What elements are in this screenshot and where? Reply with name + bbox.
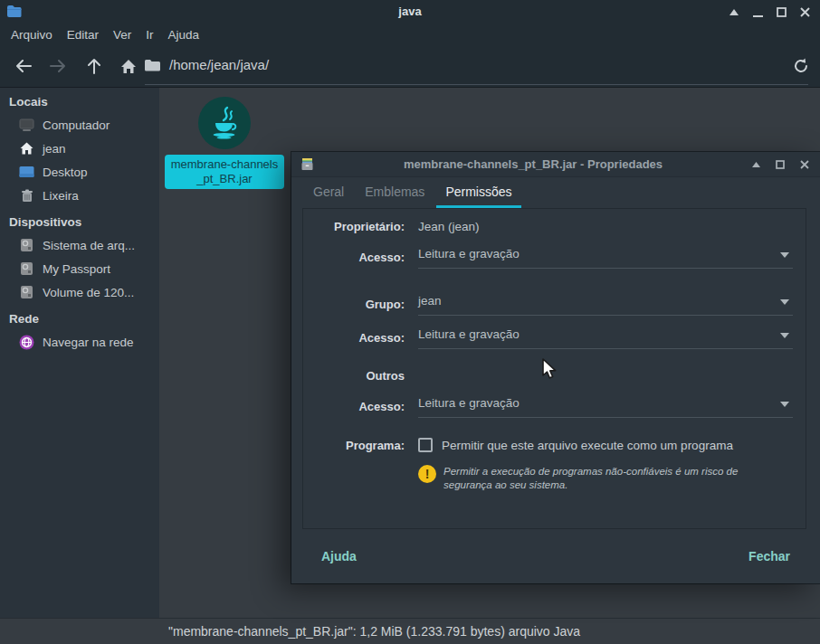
others-access-value: Leitura e gravação: [418, 396, 520, 410]
network-globe-icon: [19, 335, 34, 350]
group-value: jean: [418, 294, 442, 308]
sidebar-item-lixeira[interactable]: Lixeira: [0, 184, 159, 207]
menu-ir[interactable]: Ir: [146, 28, 153, 42]
chevron-down-icon: [780, 333, 789, 338]
pathbar-underline: [145, 84, 808, 85]
tab-geral[interactable]: Geral: [304, 177, 353, 208]
pathbar[interactable]: /home/jean/java/: [145, 45, 784, 84]
trash-icon: [19, 188, 34, 204]
drive-icon: [19, 238, 34, 253]
dialog-maximize-button[interactable]: [772, 156, 788, 173]
chevron-down-icon: [780, 252, 789, 258]
maximize-button[interactable]: [773, 5, 789, 21]
sidebar-item-label: Lixeira: [43, 189, 79, 203]
sidebar-item-sistema-de-arquivos[interactable]: Sistema de arq...: [0, 233, 159, 257]
forward-button[interactable]: [49, 57, 67, 75]
group-access-row: Acesso: Leitura e gravação: [303, 326, 793, 349]
owner-access-label: Acesso:: [303, 251, 405, 264]
path-text[interactable]: /home/jean/java/: [169, 57, 269, 72]
tab-emblemas[interactable]: Emblemas: [356, 177, 434, 208]
others-access-row: Acesso: Leitura e gravação: [303, 394, 793, 418]
desktop-icon: [19, 165, 34, 180]
sidebar-item-label: Computador: [43, 118, 110, 132]
sidebar-item-my-passport[interactable]: My Passport: [0, 257, 159, 280]
sidebar-item-jean[interactable]: jean: [0, 137, 159, 160]
menu-ajuda[interactable]: Ajuda: [168, 28, 200, 42]
statusbar: "membrane-channels_pt_BR.jar": 1,2 MiB (…: [0, 618, 820, 644]
dialog-close-button[interactable]: [796, 156, 813, 173]
owner-access-row: Acesso: Leitura e gravação: [303, 245, 793, 269]
sidebar-item-label: My Passport: [43, 262, 110, 276]
help-button[interactable]: Ajuda: [321, 549, 357, 564]
tab-permissoes[interactable]: Permissões: [436, 177, 520, 208]
back-button[interactable]: [14, 57, 33, 75]
sidebar-section-rede: Rede: [0, 308, 159, 330]
drive-icon: [19, 285, 34, 300]
owner-label: Proprietário:: [303, 220, 405, 233]
group-access-value: Leitura e gravação: [418, 327, 520, 341]
drive-icon: [19, 261, 34, 277]
menubar: Arquivo Editar Ver Ir Ajuda: [0, 24, 820, 45]
menu-arquivo[interactable]: Arquivo: [11, 28, 52, 42]
properties-file-icon: [300, 157, 314, 171]
menu-ver[interactable]: Ver: [113, 28, 131, 42]
path-folder-icon: [145, 59, 160, 71]
file-manager-window: java Arquivo Editar Ver Ir Ajuda: [0, 0, 820, 644]
dialog-actions: Ajuda Fechar: [321, 545, 790, 567]
home-icon: [19, 141, 34, 156]
sidebar-item-computador[interactable]: Computador: [0, 113, 159, 137]
mouse-cursor: [539, 358, 559, 382]
sidebar-item-desktop[interactable]: Desktop: [0, 160, 159, 184]
computer-icon: [19, 118, 34, 133]
chevron-down-icon: [780, 299, 789, 305]
statusbar-text: "membrane-channels_pt_BR.jar": 1,2 MiB (…: [168, 624, 580, 639]
others-label: Outros: [303, 369, 405, 383]
sidebar-item-label: Navegar na rede: [43, 336, 134, 349]
sidebar-item-label: Volume de 120...: [43, 286, 134, 299]
others-access-label: Acesso:: [303, 400, 405, 413]
sidebar-item-navegar-na-rede[interactable]: Navegar na rede: [0, 330, 159, 354]
file-tile-jar[interactable]: membrane-channels_pt_BR.jar: [165, 97, 284, 189]
sidebar: Locais Computador jean De: [0, 88, 159, 618]
minimize-button[interactable]: [749, 5, 766, 21]
close-dialog-button[interactable]: Fechar: [748, 549, 790, 564]
group-label: Grupo:: [303, 298, 405, 311]
group-access-dropdown[interactable]: Leitura e gravação: [418, 326, 793, 349]
group-row: Grupo: jean: [303, 292, 793, 316]
chevron-down-icon: [780, 402, 789, 407]
dialog-shade-button[interactable]: [748, 156, 764, 173]
refresh-button[interactable]: [793, 58, 811, 76]
execute-checkbox-label[interactable]: Permitir que este arquivo execute como u…: [442, 439, 733, 452]
titlebar: java: [0, 0, 820, 24]
menu-editar[interactable]: Editar: [67, 28, 99, 42]
dialog-title: membrane-channels_pt_BR.jar - Propriedad…: [328, 157, 739, 171]
owner-access-value: Leitura e gravação: [418, 247, 520, 260]
execute-checkbox[interactable]: [418, 438, 433, 452]
group-access-label: Acesso:: [303, 331, 405, 345]
sidebar-item-volume[interactable]: Volume de 120...: [0, 280, 159, 304]
warning-row: ! Permitir a execução de programas não-c…: [418, 465, 787, 492]
sidebar-item-label: Desktop: [43, 166, 88, 179]
owner-value: Jean (jean): [418, 220, 480, 233]
program-label: Programa:: [303, 439, 405, 452]
file-name-label[interactable]: membrane-channels_pt_BR.jar: [165, 155, 284, 189]
close-button[interactable]: [796, 5, 813, 21]
owner-access-dropdown[interactable]: Leitura e gravação: [418, 245, 793, 269]
sidebar-section-dispositivos: Dispositivos: [0, 212, 159, 233]
java-icon: [198, 97, 251, 149]
sidebar-section-locais: Locais: [0, 91, 159, 113]
up-button[interactable]: [85, 57, 103, 75]
warning-text: Permitir a execução de programas não-con…: [443, 465, 787, 492]
dialog-titlebar: membrane-channels_pt_BR.jar - Propriedad…: [291, 152, 820, 177]
program-row: Programa: Permitir que este arquivo exec…: [303, 438, 793, 452]
sidebar-item-label: Sistema de arq...: [43, 239, 135, 252]
dialog-tabs: Geral Emblemas Permissões: [304, 177, 521, 208]
window-title: java: [0, 5, 820, 18]
group-dropdown[interactable]: jean: [418, 292, 793, 316]
shade-button[interactable]: [726, 5, 742, 21]
home-button[interactable]: [119, 57, 138, 75]
owner-row: Proprietário: Jean (jean): [303, 220, 793, 233]
sidebar-item-label: jean: [43, 142, 66, 156]
others-access-dropdown[interactable]: Leitura e gravação: [418, 394, 793, 418]
warning-icon: !: [418, 465, 436, 483]
